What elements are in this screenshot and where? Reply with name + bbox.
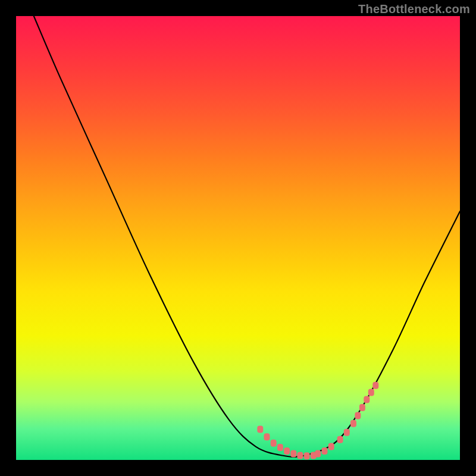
bottleneck-curve [34, 16, 460, 457]
highlight-dot [322, 447, 328, 455]
highlight-dot [364, 396, 369, 403]
highlight-dot [290, 450, 296, 458]
highlight-dot [297, 452, 303, 459]
plot-area [16, 16, 460, 460]
highlight-dot [372, 382, 378, 389]
highlight-dot [368, 389, 374, 396]
highlight-dot [277, 444, 283, 451]
highlight-dot [337, 436, 343, 443]
highlight-dot [359, 404, 365, 411]
highlight-dot [257, 426, 263, 433]
highlight-dot [355, 412, 361, 419]
highlight-dot [264, 433, 270, 440]
curve-svg [16, 16, 460, 460]
watermark-label: TheBottleneck.com [358, 2, 470, 16]
highlight-dot [315, 450, 321, 458]
highlight-dot [350, 420, 356, 427]
highlight-dot [344, 429, 350, 436]
highlight-dot [284, 447, 290, 455]
highlight-dot [328, 443, 334, 450]
chart-frame: TheBottleneck.com [0, 0, 476, 476]
highlight-dot [304, 452, 310, 459]
highlight-dot [271, 440, 277, 447]
highlight-dots [257, 382, 378, 460]
